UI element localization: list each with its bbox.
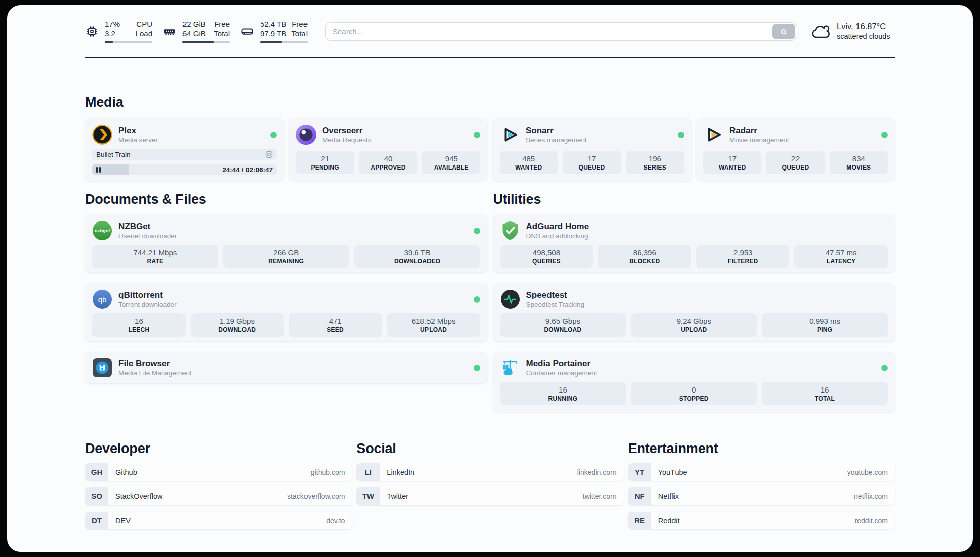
now-playing-row: Bullet Train — [92, 149, 277, 160]
stat-value: 744.21 Mbps — [134, 248, 177, 257]
stat-value: 47.57 ms — [826, 248, 857, 257]
stat-label: PENDING — [311, 163, 339, 172]
sonarr-card[interactable]: Sonarr Series management 485 WANTED 17 Q… — [493, 118, 691, 181]
portainer-card[interactable]: Media Portainer Container management 16 … — [493, 352, 895, 412]
stat-label: DOWNLOAD — [544, 326, 581, 334]
link-github[interactable]: GH Github github.com — [85, 463, 352, 481]
hard-drive-icon — [240, 25, 254, 38]
svg-text:qb: qb — [98, 295, 107, 304]
dashboard: 17% 3.2 CPU Load — [7, 5, 973, 552]
app-name: AdGuard Home — [526, 221, 589, 232]
link-url: youtube.com — [847, 468, 888, 476]
radarr-card[interactable]: Radarr Movie management 17 WANTED 22 QUE… — [696, 118, 895, 181]
stat-pill: 0 STOPPED — [631, 382, 757, 405]
top-bar: 17% 3.2 CPU Load — [85, 16, 895, 46]
now-playing-title: Bullet Train — [96, 151, 131, 158]
filebrowser-card[interactable]: File Browser Media File Management — [85, 352, 487, 383]
link-youtube[interactable]: YT YouTube youtube.com — [628, 463, 895, 481]
nzbget-card[interactable]: nzbget NZBGet Usenet downloader 744.21 M… — [85, 215, 487, 272]
playback-time: 24:44 / 02:06:47 — [222, 166, 273, 174]
search-input[interactable] — [325, 22, 797, 41]
stat-pill: 17 WANTED — [703, 151, 761, 174]
stat-label: UPLOAD — [420, 326, 447, 334]
entertainment-column: Entertainment YT YouTube youtube.com NF … — [628, 440, 895, 536]
stat-label: QUEUED — [782, 163, 809, 172]
stat-pill: 618.52 Mbps UPLOAD — [387, 313, 480, 337]
link-url: reddit.com — [855, 517, 888, 525]
stat-pill: 485 WANTED — [500, 151, 558, 174]
stat-value: 22 — [791, 154, 800, 163]
cpu-progress-fill — [105, 41, 113, 43]
app-subtitle: Media server — [118, 136, 158, 144]
stat-pill: 17 QUEUED — [563, 151, 621, 174]
stat-label: MOVIES — [846, 163, 871, 172]
app-name: File Browser — [118, 358, 192, 369]
app-subtitle: Usenet downloader — [118, 232, 177, 240]
app-subtitle: Series management — [526, 136, 587, 144]
app-subtitle: DNS and adblocking — [526, 232, 589, 240]
link-name: Twitter — [387, 492, 408, 500]
link-abbr-badge: NF — [628, 487, 651, 505]
stat-value: 498,508 — [533, 248, 560, 257]
link-abbr-badge: YT — [628, 463, 651, 481]
section-title-entertainment: Entertainment — [628, 440, 895, 457]
adguard-card[interactable]: AdGuard Home DNS and adblocking 498,508 … — [493, 215, 895, 272]
link-netflix[interactable]: NF Netflix netflix.com — [628, 487, 895, 505]
stat-pill: 834 MOVIES — [830, 151, 888, 174]
cpu-chip-icon — [85, 25, 99, 38]
app-name: NZBGet — [118, 221, 177, 232]
memory-total-label: Total — [214, 29, 230, 38]
memory-widget: 22 GiB 64 GiB Free Total — [163, 19, 230, 43]
link-abbr-badge: GH — [85, 463, 108, 481]
status-dot — [881, 132, 888, 138]
stat-label: STOPPED — [679, 395, 709, 403]
stat-value: 17 — [728, 154, 737, 163]
search-engine-button[interactable]: G — [772, 24, 795, 39]
section-title-social: Social — [356, 440, 623, 457]
stat-pill: 9.65 Gbps DOWNLOAD — [500, 313, 626, 337]
section-title-documents: Documents & Files — [85, 191, 487, 207]
link-name: LinkedIn — [387, 468, 414, 476]
stat-pill: 498,508 QUERIES — [500, 245, 593, 268]
stat-label: RUNNING — [548, 395, 578, 403]
stat-pill: 196 SERIES — [626, 151, 684, 174]
stat-pill: 16 TOTAL — [762, 382, 888, 405]
stat-label: LATENCY — [827, 257, 855, 265]
stat-label: DOWNLOAD — [218, 326, 256, 334]
stat-label: SEED — [327, 326, 344, 334]
app-subtitle: Torrent downloader — [118, 300, 177, 309]
app-name: qBittorrent — [118, 290, 177, 300]
weather-condition: scattered clouds — [837, 32, 890, 41]
link-dev[interactable]: DT DEV dev.to — [85, 512, 352, 529]
portainer-icon — [500, 358, 520, 378]
app-name: Overseerr — [322, 125, 372, 136]
link-twitter[interactable]: TW Twitter twitter.com — [356, 487, 623, 505]
stat-label: QUERIES — [532, 257, 561, 265]
stat-label: TOTAL — [815, 395, 835, 403]
link-reddit[interactable]: RE Reddit reddit.com — [628, 512, 895, 529]
stat-value: 9.65 Gbps — [545, 316, 580, 326]
app-subtitle: Movie management — [729, 136, 789, 144]
cpu-label: CPU — [136, 19, 152, 29]
stat-label: APPROVED — [371, 163, 405, 172]
disk-free-label: Free — [291, 19, 308, 29]
link-name: StackOverflow — [115, 492, 162, 500]
sonarr-icon — [500, 125, 520, 145]
disk-total-label: Total — [291, 29, 308, 38]
link-linkedin[interactable]: LI LinkedIn linkedin.com — [356, 463, 623, 481]
stat-value: 40 — [384, 154, 393, 163]
stat-pill: 9.24 Gbps UPLOAD — [631, 313, 757, 337]
overseerr-card[interactable]: Overseerr Media Requests 21 PENDING 40 A… — [289, 118, 487, 181]
developer-column: Developer GH Github github.com SO StackO… — [85, 440, 352, 536]
qbittorrent-card[interactable]: qb qBittorrent Torrent downloader 16 LEE… — [85, 284, 487, 341]
nzbget-icon: nzbget — [92, 220, 112, 241]
memory-progress-fill — [182, 41, 214, 43]
memory-free-value: 22 GiB — [182, 19, 206, 29]
speedtest-card[interactable]: Speedtest Speedtest Tracking 9.65 Gbps D… — [493, 284, 895, 341]
link-stackoverflow[interactable]: SO StackOverflow stackoverflow.com — [85, 487, 352, 505]
plex-card[interactable]: Plex Media server Bullet Train — [85, 118, 284, 181]
disk-progress-track — [260, 41, 308, 43]
cpu-widget: 17% 3.2 CPU Load — [85, 19, 152, 43]
stat-value: 39.6 TB — [404, 248, 430, 257]
status-dot — [474, 365, 480, 371]
